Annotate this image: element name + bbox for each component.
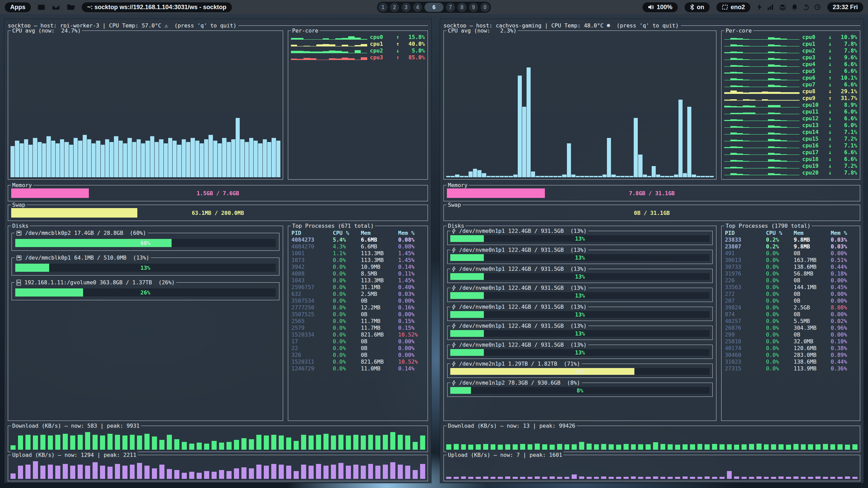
- tab-title: ~: socktop ws://192.168.1.104:3031/ws - …: [87, 4, 226, 11]
- disk-name: /dev/nvme0n1p1: [459, 342, 505, 348]
- workspace-7[interactable]: 7: [446, 3, 455, 12]
- process-row: 40842704.3%6.6MB0.08%: [292, 243, 425, 250]
- apps-button[interactable]: Apps: [5, 2, 31, 12]
- process-row: 25650.0%11.7MB0.15%: [292, 318, 425, 324]
- workspace-9[interactable]: 9: [469, 3, 478, 12]
- process-row: 238330.2%9.8MB0.03%: [725, 236, 857, 243]
- core-sparkline: [724, 149, 800, 155]
- memory-panel-title: Memory: [11, 182, 33, 188]
- bell-icon[interactable]: [792, 4, 797, 11]
- cpu-avg-panel: CPU avg (now: 2.3%): [443, 30, 716, 180]
- disk-usage: 363.8GB / 1.37TB (26%): [100, 279, 175, 286]
- mail-icon[interactable]: [52, 4, 60, 10]
- drive-icon: [16, 255, 22, 261]
- disk-usage: 122.4GB / 931.5GB (13%): [508, 342, 587, 348]
- clock-pill[interactable]: 23:32 Fri: [827, 2, 863, 12]
- memory-panel-title: Memory: [447, 182, 469, 188]
- disk-item: /dev/nvme0n1p1122.4GB / 931.5GB (13%)13%: [447, 231, 713, 245]
- core-row-cpu13: cpu13↓6.0%: [722, 122, 860, 128]
- drive-icon: [16, 230, 22, 236]
- bolt-icon: [452, 342, 456, 348]
- disk-name: 192.168.1.11:/gvolume0: [24, 279, 96, 286]
- disk-item: /dev/nvme0n1p1122.4GB / 931.5GB (13%)13%: [447, 307, 713, 321]
- upload-chart: [11, 461, 425, 479]
- process-row: 10730.0%113.3MB1.45%: [292, 257, 425, 263]
- disk-usage-bar: 8%: [450, 387, 710, 394]
- taskbar-right: 100% on eno2 23:32 Fri: [643, 2, 863, 12]
- core-row-cpu20: cpu20↓7.8%: [722, 169, 860, 176]
- disk-name: /dev/mmcblk0p1: [25, 255, 71, 261]
- terminal-window-rpi-worker-3[interactable]: socktop — host: rpi-worker-3 | CPU Temp:…: [4, 19, 431, 483]
- disk-header: /dev/nvme0n1p1122.4GB / 931.5GB (13%): [450, 228, 588, 234]
- core-sparkline: [724, 54, 800, 60]
- workspace-8[interactable]: 8: [457, 3, 467, 12]
- core-row-cpu0: cpu0↑15.8%: [288, 34, 428, 40]
- upload-panel: Upload (KB/s) — now: 7 | peak: 1601: [443, 455, 860, 481]
- terminal-window-cachyos-gaming[interactable]: socktop — host: cachyos-gaming | CPU Tem…: [440, 19, 864, 483]
- disk-usage: 78.3GB / 930.6GB (8%): [508, 380, 580, 386]
- bolt-icon[interactable]: [757, 4, 762, 11]
- core-row-cpu10: cpu10↓8.9%: [722, 101, 860, 108]
- process-table: PIDCPU %MemMem %40842735.4%6.6MB0.08%408…: [292, 229, 425, 372]
- swap-usage-text: 0B / 31.1GB: [444, 205, 860, 221]
- per-core-panel: Per-core cpu0↑15.8%cpu1↑40.0%cpu2↓5.0%cp…: [288, 30, 428, 180]
- disk-usage-percent: 71%: [450, 368, 710, 375]
- workspace-6[interactable]: 6: [425, 3, 443, 12]
- upload-chart: [446, 461, 857, 479]
- disk-name: /dev/nvme0n1p1: [459, 285, 505, 291]
- per-core-panel-title: Per-core: [291, 27, 320, 34]
- window-icon[interactable]: [38, 4, 45, 10]
- bolt-icon: [452, 285, 456, 291]
- apps-label: Apps: [10, 4, 25, 11]
- power-icon[interactable]: [803, 4, 809, 10]
- disk-item: /dev/mmcblk0p164.1MB / 510.0MB (13%)13%: [12, 258, 279, 276]
- core-sparkline: [291, 54, 367, 60]
- bluetooth-control[interactable]: on: [685, 2, 710, 12]
- core-sparkline: [724, 115, 800, 121]
- disk-header: /dev/nvme0n1p1122.4GB / 931.5GB (13%): [450, 304, 588, 310]
- core-row-cpu0: cpu0↓10.9%: [722, 34, 860, 40]
- bluetooth-icon: [690, 4, 694, 10]
- workspace-3[interactable]: 3: [401, 3, 411, 12]
- workspace-4[interactable]: 4: [413, 3, 422, 12]
- active-window-tab[interactable]: ~: socktop ws://192.168.1.104:3031/ws - …: [82, 2, 232, 12]
- download-chart: [11, 432, 425, 450]
- memory-panel: Memory 1.5GB / 7.6GB: [8, 185, 428, 201]
- process-row: 27772500.0%12.2MB0.16%: [292, 304, 425, 311]
- disk-usage-bar: 13%: [450, 254, 710, 261]
- disk-usage: 122.4GB / 931.5GB (13%): [508, 323, 587, 329]
- process-row: 2070.0%0B0.00%: [725, 297, 857, 304]
- process-row: 35075340.0%0B0.00%: [292, 297, 425, 304]
- process-row: 35075250.0%0B0.00%: [292, 311, 425, 318]
- clock-icon[interactable]: [814, 4, 821, 10]
- disk-list: /dev/nvme0n1p1122.4GB / 931.5GB (13%)13%…: [444, 231, 716, 397]
- process-row: 15203340.0%821.6MB10.52%: [292, 331, 425, 338]
- swap-panel-title: Swap: [447, 202, 462, 208]
- volume-control[interactable]: 100%: [643, 2, 678, 12]
- process-row: 402570.0%5.5MB0.02%: [725, 318, 857, 324]
- memory-usage-text: 1.5GB / 7.6GB: [8, 185, 428, 201]
- workspace-0[interactable]: 0: [480, 3, 490, 12]
- disk-header: /dev/mmcblk0p217.4GB / 28.8GB (60%): [15, 230, 148, 236]
- workspace-1[interactable]: 1: [378, 3, 388, 12]
- process-row: 268760.0%304.3MB0.96%: [725, 324, 857, 331]
- core-sparkline: [724, 81, 800, 87]
- process-row: 2260.0%0B0.00%: [725, 277, 857, 284]
- disk-item: /dev/nvme2n1p11.29TB / 1.82TB (71%)71%: [447, 364, 713, 378]
- swap-usage-text: 63.1MB / 200.0MB: [8, 205, 428, 221]
- core-sparkline: [724, 47, 800, 53]
- folder-icon[interactable]: [67, 4, 75, 10]
- network-control[interactable]: eno2: [716, 2, 750, 12]
- process-row: 15203110.0%821.6MB10.52%: [292, 358, 425, 365]
- disk-usage-percent: 13%: [450, 349, 710, 356]
- workspace-2[interactable]: 2: [390, 3, 399, 12]
- disk-item: /dev/nvme0n1p1122.4GB / 931.5GB (13%)13%: [447, 250, 713, 264]
- disk-usage-bar: 13%: [450, 235, 710, 242]
- disk-usage: 122.4GB / 931.5GB (13%): [508, 285, 587, 291]
- process-row: 307330.0%138.6MB0.44%: [725, 263, 857, 270]
- disk-name: /dev/nvme0n1p1: [459, 228, 505, 234]
- layers-icon[interactable]: [779, 4, 786, 11]
- bars-icon[interactable]: [767, 4, 773, 10]
- disk-header: /dev/mmcblk0p164.1MB / 510.0MB (13%): [15, 255, 151, 261]
- process-row: 258180.0%32.0MB0.10%: [725, 338, 857, 345]
